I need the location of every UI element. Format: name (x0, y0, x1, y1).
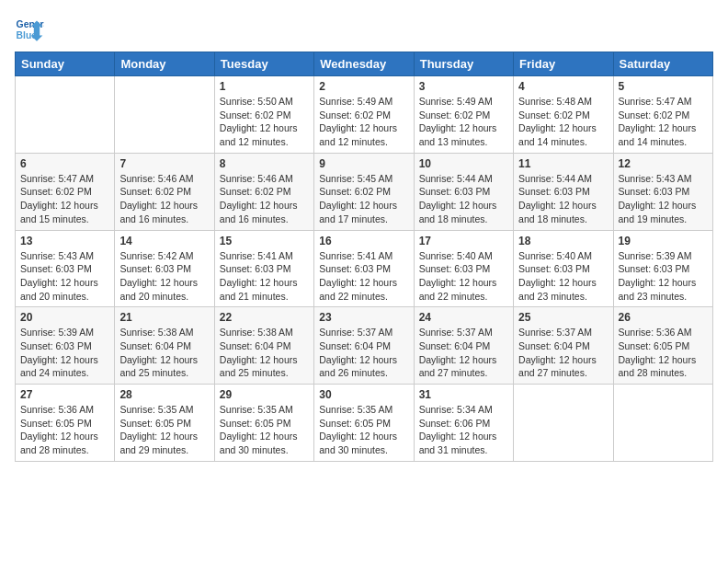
day-number: 11 (518, 157, 608, 170)
day-info: Sunrise: 5:41 AM Sunset: 6:03 PM Dayligh… (220, 249, 309, 304)
day-info: Sunrise: 5:37 AM Sunset: 6:04 PM Dayligh… (419, 326, 508, 380)
calendar-cell: 26Sunrise: 5:36 AM Sunset: 6:05 PM Dayli… (613, 307, 712, 385)
calendar-cell: 6Sunrise: 5:47 AM Sunset: 6:02 PM Daylig… (16, 153, 115, 230)
calendar-cell: 21Sunrise: 5:38 AM Sunset: 6:04 PM Dayli… (115, 307, 214, 385)
day-info: Sunrise: 5:48 AM Sunset: 6:02 PM Dayligh… (518, 95, 608, 149)
calendar-cell: 14Sunrise: 5:42 AM Sunset: 6:03 PM Dayli… (115, 230, 214, 307)
calendar-cell: 25Sunrise: 5:37 AM Sunset: 6:04 PM Dayli… (514, 307, 613, 385)
calendar-cell: 15Sunrise: 5:41 AM Sunset: 6:03 PM Dayli… (214, 230, 313, 307)
day-number: 19 (619, 235, 708, 247)
week-row-5: 27Sunrise: 5:36 AM Sunset: 6:05 PM Dayli… (16, 385, 713, 462)
day-number: 8 (220, 157, 309, 170)
weekday-header-friday: Friday (514, 52, 613, 76)
calendar-cell (613, 385, 712, 462)
day-info: Sunrise: 5:41 AM Sunset: 6:03 PM Dayligh… (319, 249, 408, 304)
calendar-cell: 23Sunrise: 5:37 AM Sunset: 6:04 PM Dayli… (314, 307, 414, 385)
calendar-cell: 5Sunrise: 5:47 AM Sunset: 6:02 PM Daylig… (613, 76, 712, 154)
day-info: Sunrise: 5:46 AM Sunset: 6:02 PM Dayligh… (220, 172, 309, 226)
day-number: 7 (119, 157, 209, 170)
day-info: Sunrise: 5:35 AM Sunset: 6:05 PM Dayligh… (319, 403, 408, 457)
calendar-cell: 16Sunrise: 5:41 AM Sunset: 6:03 PM Dayli… (314, 230, 414, 307)
day-info: Sunrise: 5:49 AM Sunset: 6:02 PM Dayligh… (319, 95, 408, 149)
day-number: 24 (419, 311, 508, 324)
calendar-cell: 8Sunrise: 5:46 AM Sunset: 6:02 PM Daylig… (214, 153, 313, 230)
day-info: Sunrise: 5:37 AM Sunset: 6:04 PM Dayligh… (518, 326, 608, 380)
day-info: Sunrise: 5:44 AM Sunset: 6:03 PM Dayligh… (419, 172, 508, 226)
calendar-cell: 18Sunrise: 5:40 AM Sunset: 6:03 PM Dayli… (514, 230, 613, 307)
weekday-header-saturday: Saturday (613, 52, 712, 76)
calendar-cell: 3Sunrise: 5:49 AM Sunset: 6:02 PM Daylig… (414, 76, 513, 154)
day-number: 23 (319, 311, 408, 324)
calendar-table: SundayMondayTuesdayWednesdayThursdayFrid… (15, 52, 713, 462)
day-number: 10 (419, 157, 508, 170)
day-number: 29 (220, 388, 309, 401)
calendar-cell: 31Sunrise: 5:34 AM Sunset: 6:06 PM Dayli… (414, 385, 513, 462)
day-info: Sunrise: 5:34 AM Sunset: 6:06 PM Dayligh… (419, 403, 508, 457)
day-info: Sunrise: 5:50 AM Sunset: 6:02 PM Dayligh… (220, 95, 309, 149)
calendar-cell: 11Sunrise: 5:44 AM Sunset: 6:03 PM Dayli… (514, 153, 613, 230)
calendar-cell: 12Sunrise: 5:43 AM Sunset: 6:03 PM Dayli… (613, 153, 712, 230)
weekday-header-row: SundayMondayTuesdayWednesdayThursdayFrid… (16, 52, 713, 76)
day-number: 12 (619, 157, 708, 170)
week-row-3: 13Sunrise: 5:43 AM Sunset: 6:03 PM Dayli… (16, 230, 713, 307)
day-info: Sunrise: 5:40 AM Sunset: 6:03 PM Dayligh… (518, 249, 608, 304)
day-info: Sunrise: 5:43 AM Sunset: 6:03 PM Dayligh… (619, 172, 708, 226)
day-number: 25 (518, 311, 608, 324)
calendar-cell: 29Sunrise: 5:35 AM Sunset: 6:05 PM Dayli… (214, 385, 313, 462)
day-number: 27 (20, 388, 109, 401)
weekday-header-thursday: Thursday (414, 52, 513, 76)
day-number: 14 (119, 235, 209, 247)
calendar-cell: 27Sunrise: 5:36 AM Sunset: 6:05 PM Dayli… (16, 385, 115, 462)
week-row-1: 1Sunrise: 5:50 AM Sunset: 6:02 PM Daylig… (16, 76, 713, 154)
page-header: General Blue (15, 15, 713, 44)
day-number: 26 (619, 311, 708, 324)
calendar-cell: 22Sunrise: 5:38 AM Sunset: 6:04 PM Dayli… (214, 307, 313, 385)
calendar-cell: 17Sunrise: 5:40 AM Sunset: 6:03 PM Dayli… (414, 230, 513, 307)
day-info: Sunrise: 5:49 AM Sunset: 6:02 PM Dayligh… (419, 95, 508, 149)
day-info: Sunrise: 5:47 AM Sunset: 6:02 PM Dayligh… (20, 172, 109, 226)
day-number: 6 (20, 157, 109, 170)
day-number: 20 (20, 311, 109, 324)
day-number: 15 (220, 235, 309, 247)
calendar-cell (115, 76, 214, 154)
day-info: Sunrise: 5:36 AM Sunset: 6:05 PM Dayligh… (20, 403, 109, 457)
calendar-cell: 2Sunrise: 5:49 AM Sunset: 6:02 PM Daylig… (314, 76, 414, 154)
week-row-4: 20Sunrise: 5:39 AM Sunset: 6:03 PM Dayli… (16, 307, 713, 385)
day-number: 22 (220, 311, 309, 324)
weekday-header-sunday: Sunday (16, 52, 115, 76)
calendar-cell: 10Sunrise: 5:44 AM Sunset: 6:03 PM Dayli… (414, 153, 513, 230)
day-number: 13 (20, 235, 109, 247)
weekday-header-monday: Monday (115, 52, 214, 76)
day-number: 31 (419, 388, 508, 401)
calendar-cell (514, 385, 613, 462)
day-info: Sunrise: 5:45 AM Sunset: 6:02 PM Dayligh… (319, 172, 408, 226)
day-info: Sunrise: 5:37 AM Sunset: 6:04 PM Dayligh… (319, 326, 408, 380)
calendar-cell: 9Sunrise: 5:45 AM Sunset: 6:02 PM Daylig… (314, 153, 414, 230)
day-number: 16 (319, 235, 408, 247)
weekday-header-tuesday: Tuesday (214, 52, 313, 76)
calendar-cell (16, 76, 115, 154)
day-info: Sunrise: 5:36 AM Sunset: 6:05 PM Dayligh… (619, 326, 708, 380)
calendar-cell: 28Sunrise: 5:35 AM Sunset: 6:05 PM Dayli… (115, 385, 214, 462)
day-info: Sunrise: 5:39 AM Sunset: 6:03 PM Dayligh… (20, 326, 109, 380)
day-info: Sunrise: 5:35 AM Sunset: 6:05 PM Dayligh… (220, 403, 309, 457)
day-number: 21 (119, 311, 209, 324)
calendar-cell: 4Sunrise: 5:48 AM Sunset: 6:02 PM Daylig… (514, 76, 613, 154)
calendar-cell: 20Sunrise: 5:39 AM Sunset: 6:03 PM Dayli… (16, 307, 115, 385)
day-number: 5 (619, 80, 708, 93)
day-info: Sunrise: 5:47 AM Sunset: 6:02 PM Dayligh… (619, 95, 708, 149)
day-info: Sunrise: 5:43 AM Sunset: 6:03 PM Dayligh… (20, 249, 109, 304)
day-number: 1 (220, 80, 309, 93)
day-info: Sunrise: 5:38 AM Sunset: 6:04 PM Dayligh… (119, 326, 209, 380)
day-info: Sunrise: 5:42 AM Sunset: 6:03 PM Dayligh… (119, 249, 209, 304)
calendar-cell: 13Sunrise: 5:43 AM Sunset: 6:03 PM Dayli… (16, 230, 115, 307)
day-number: 2 (319, 80, 408, 93)
calendar-cell: 24Sunrise: 5:37 AM Sunset: 6:04 PM Dayli… (414, 307, 513, 385)
day-number: 30 (319, 388, 408, 401)
day-info: Sunrise: 5:40 AM Sunset: 6:03 PM Dayligh… (419, 249, 508, 304)
day-number: 28 (119, 388, 209, 401)
day-number: 9 (319, 157, 408, 170)
day-number: 3 (419, 80, 508, 93)
day-info: Sunrise: 5:38 AM Sunset: 6:04 PM Dayligh… (220, 326, 309, 380)
week-row-2: 6Sunrise: 5:47 AM Sunset: 6:02 PM Daylig… (16, 153, 713, 230)
